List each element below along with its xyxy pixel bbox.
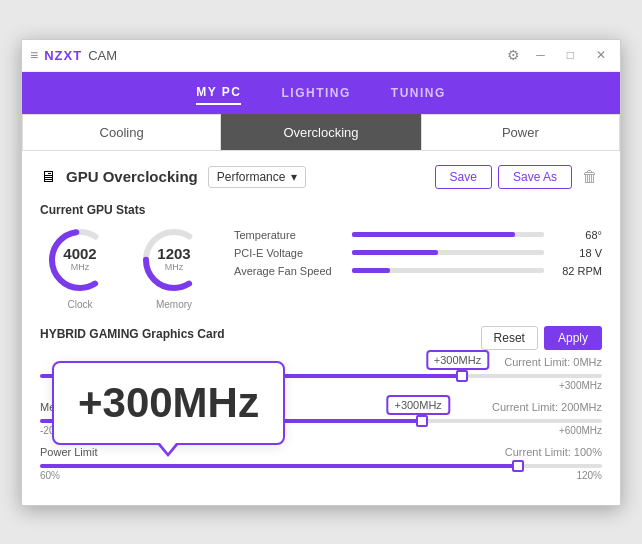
slider-power-limit-track[interactable] [40, 464, 602, 468]
gauge-memory-unit: MHz [157, 262, 190, 272]
gauge-memory-visual: 1203 MHz [139, 225, 209, 295]
gpu-stats-label: Current GPU Stats [40, 203, 602, 217]
slider-core-clock-thumb[interactable]: +300MHz [456, 370, 468, 382]
app-window: ≡ NZXT CAM ⚙ ─ □ ✕ MY PC LIGHTING TUNING… [21, 39, 621, 506]
profile-label: Performance [217, 170, 286, 184]
stat-temperature-fill [352, 232, 515, 237]
stats-gauges: 4002 MHz Clock 1203 [40, 225, 214, 310]
slider-power-limit-fill [40, 464, 518, 468]
stat-voltage-bar [352, 250, 544, 255]
save-as-button[interactable]: Save As [498, 165, 572, 189]
stat-fanspeed-value: 82 RPM [552, 265, 602, 277]
oc-header: 🖥 GPU Overclocking Performance ▾ Save Sa… [40, 165, 602, 189]
stat-temperature-bar [352, 232, 544, 237]
slider-memory-clock-max: +600MHz [559, 425, 602, 436]
slider-power-limit-header: Power Limit Current Limit: 100% [40, 446, 602, 458]
stats-section: 4002 MHz Clock 1203 [40, 225, 602, 310]
save-button[interactable]: Save [435, 165, 492, 189]
slider-power-limit-limit: Current Limit: 100% [505, 446, 602, 458]
gpu-card-header: HYBRID GAMING Graphics Card Reset Apply [40, 326, 602, 350]
oc-title: GPU Overclocking [66, 168, 198, 185]
delete-button[interactable]: 🗑 [578, 168, 602, 186]
slider-core-clock-tooltip: +300MHz [426, 350, 489, 370]
nav-item-tuning[interactable]: TUNING [391, 82, 446, 104]
gauge-clock-label: Clock [40, 299, 120, 310]
slider-power-limit: Power Limit Current Limit: 100% 60% 120% [40, 446, 602, 481]
profile-select[interactable]: Performance ▾ [208, 166, 307, 188]
stat-temperature-label: Temperature [234, 229, 344, 241]
maximize-button[interactable]: □ [561, 46, 580, 64]
tab-cooling[interactable]: Cooling [22, 114, 221, 150]
cam-label: CAM [88, 48, 117, 63]
stat-temperature: Temperature 68° [234, 229, 602, 241]
big-tooltip-overlay: +300MHz [52, 361, 285, 445]
tab-power[interactable]: Power [421, 114, 620, 150]
nav-item-lighting[interactable]: LIGHTING [281, 82, 350, 104]
slider-power-limit-name: Power Limit [40, 446, 97, 458]
nav-item-mypc[interactable]: MY PC [196, 81, 241, 105]
gauge-memory-label: Memory [134, 299, 214, 310]
slider-power-limit-max: 120% [576, 470, 602, 481]
slider-core-clock-max: +300MHz [559, 380, 602, 391]
chevron-down-icon: ▾ [291, 170, 297, 184]
slider-power-limit-min: 60% [40, 470, 60, 481]
stat-voltage: PCI-E Voltage 18 V [234, 247, 602, 259]
nzxt-logo: NZXT [44, 48, 82, 63]
slider-power-limit-thumb[interactable] [512, 460, 524, 472]
oc-actions: Save Save As 🗑 [435, 165, 602, 189]
gauge-memory-value: 1203 MHz [157, 245, 190, 272]
title-bar-left: ≡ NZXT CAM [30, 47, 117, 63]
apply-button[interactable]: Apply [544, 326, 602, 350]
gauge-clock-unit: MHz [63, 262, 96, 272]
gauge-clock-visual: 4002 MHz [45, 225, 115, 295]
title-bar-right: ⚙ ─ □ ✕ [507, 46, 612, 64]
gauge-clock: 4002 MHz Clock [40, 225, 120, 310]
settings-icon[interactable]: ⚙ [507, 47, 520, 63]
minimize-button[interactable]: ─ [530, 46, 551, 64]
nav-bar: MY PC LIGHTING TUNING [22, 72, 620, 114]
gpu-card-name: HYBRID GAMING Graphics Card [40, 327, 225, 341]
content-area: 🖥 GPU Overclocking Performance ▾ Save Sa… [22, 151, 620, 505]
slider-core-clock-limit: Current Limit: 0MHz [504, 356, 602, 368]
card-action-buttons: Reset Apply [481, 326, 602, 350]
slider-memory-clock-thumb[interactable]: +300MHz [416, 415, 428, 427]
stat-voltage-fill [352, 250, 438, 255]
gauge-clock-value: 4002 MHz [63, 245, 96, 272]
stat-fanspeed-bar [352, 268, 544, 273]
gauge-memory: 1203 MHz Memory [134, 225, 214, 310]
tab-overclocking[interactable]: Overclocking [221, 114, 420, 150]
stats-bars: Temperature 68° PCI-E Voltage 18 V Avera… [234, 225, 602, 310]
stat-fanspeed-fill [352, 268, 390, 273]
slider-memory-clock-tooltip: +300MHz [386, 395, 449, 415]
stat-voltage-label: PCI-E Voltage [234, 247, 344, 259]
gpu-icon: 🖥 [40, 168, 56, 186]
stat-fanspeed-label: Average Fan Speed [234, 265, 344, 277]
title-bar: ≡ NZXT CAM ⚙ ─ □ ✕ [22, 40, 620, 72]
menu-icon[interactable]: ≡ [30, 47, 38, 63]
stat-voltage-value: 18 V [552, 247, 602, 259]
reset-button[interactable]: Reset [481, 326, 538, 350]
slider-memory-clock-limit: Current Limit: 200MHz [492, 401, 602, 413]
tab-bar: Cooling Overclocking Power [22, 114, 620, 151]
close-button[interactable]: ✕ [590, 46, 612, 64]
stat-fanspeed: Average Fan Speed 82 RPM [234, 265, 602, 277]
stat-temperature-value: 68° [552, 229, 602, 241]
